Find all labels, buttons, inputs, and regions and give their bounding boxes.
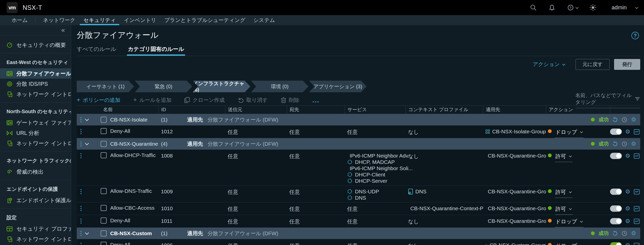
notifications-bell-icon[interactable] — [548, 4, 555, 11]
sidebar-item[interactable]: セキュリティ プロファイル — [0, 224, 71, 234]
rule-settings-gear-icon[interactable]: ⚙ — [625, 206, 630, 211]
rule-enabled-toggle[interactable] — [610, 189, 622, 195]
undo-button[interactable]: 取り消す — [238, 97, 268, 104]
add-policy-button[interactable]: + ポリシーの追加 — [77, 97, 120, 104]
row-menu-kebab-icon[interactable] — [77, 117, 82, 122]
policy-checkbox[interactable] — [101, 230, 107, 236]
sidebar-item[interactable]: エンドポイント保護ルール — [0, 195, 71, 205]
sidebar-item[interactable]: ネットワーク イントロスペ... — [0, 89, 71, 99]
rule-applied-group[interactable]: CB-NSX-Isolate-Group — [486, 129, 546, 135]
service-item[interactable]: DHCP, MADCAP — [347, 159, 406, 165]
publish-button[interactable]: 発行 — [614, 59, 640, 70]
policy-settings-gear-icon[interactable]: ⚙ — [631, 117, 636, 122]
service-item[interactable]: DHCP-Client — [347, 171, 406, 178]
service-item[interactable]: DNS — [347, 195, 406, 201]
category-step-4[interactable]: 環境 (0) — [251, 81, 308, 92]
nav-tab-6[interactable]: システム — [249, 15, 279, 25]
rule-action-dropdown[interactable]: ドロップ — [555, 218, 584, 227]
row-menu-kebab-icon[interactable] — [77, 206, 101, 211]
col-header-source[interactable]: 送信元 — [225, 106, 287, 114]
sidebar-item[interactable]: 分散ファイアウォール — [0, 68, 71, 79]
rule-checkbox[interactable] — [101, 188, 107, 194]
expand-chevron-icon[interactable] — [85, 231, 89, 235]
sidebar-item[interactable]: セキュリティの概要 — [0, 40, 71, 50]
search-icon[interactable] — [530, 4, 537, 11]
col-header-name[interactable]: 名前 — [101, 106, 158, 114]
service-item[interactable]: IPv6-ICMP Neighbor Soli... — [347, 165, 406, 171]
refresh-status-icon[interactable] — [612, 231, 618, 236]
rule-stats-graph-icon[interactable] — [634, 219, 640, 224]
history-clock-icon[interactable] — [622, 117, 627, 122]
sidebar-item[interactable]: 分散 IDS/IPS — [0, 79, 71, 89]
rule-enabled-toggle[interactable] — [610, 153, 622, 159]
col-header-id[interactable]: ID — [158, 106, 225, 114]
rule-enabled-toggle[interactable] — [610, 218, 622, 224]
rule-action-dropdown[interactable]: 許可 — [555, 153, 573, 162]
rule-checkbox[interactable] — [101, 128, 107, 134]
row-menu-kebab-icon[interactable] — [77, 231, 82, 236]
add-rule-button[interactable]: + ルールを追加 — [133, 97, 172, 104]
policy-settings-gear-icon[interactable]: ⚙ — [631, 230, 636, 236]
nav-tab-5[interactable]: プランとトラブルシューティング — [160, 15, 249, 25]
nav-tab-1[interactable]: ホーム — [8, 15, 32, 25]
rule-applied-group[interactable]: CB-NSX-Custom-Group — [486, 242, 546, 245]
policy-checkbox[interactable] — [101, 141, 107, 147]
rule-action-dropdown[interactable]: 許可 — [555, 189, 573, 198]
rule-settings-gear-icon[interactable]: ⚙ — [625, 189, 630, 195]
rule-context-profile[interactable]: DNS — [408, 189, 483, 195]
revert-button[interactable]: 元に戻す — [576, 59, 610, 70]
rule-applied-group[interactable]: CB-NSX-Quarantine-Gro... — [486, 153, 546, 159]
refresh-status-icon[interactable] — [612, 117, 618, 122]
col-header-services[interactable]: サービス — [345, 106, 406, 114]
theme-brightness-icon[interactable] — [589, 4, 596, 11]
rule-action-dropdown[interactable]: 許可 — [555, 205, 573, 215]
page-tab-2[interactable]: カテゴリ固有のルール — [128, 45, 184, 56]
sidebar-collapse-icon[interactable]: « — [0, 25, 71, 35]
rule-checkbox[interactable] — [101, 218, 107, 224]
history-clock-icon[interactable] — [622, 231, 627, 236]
user-menu[interactable]: admin — [612, 4, 637, 11]
row-menu-kebab-icon[interactable] — [77, 129, 101, 134]
service-item[interactable]: IPv6-ICMP Neighbor Adv... — [347, 152, 406, 159]
col-header-applied-to[interactable]: 適用先 — [483, 106, 546, 114]
page-tab-1[interactable]: すべてのルール — [77, 45, 116, 56]
rule-applied-group[interactable]: CB-NSX-Quarantine-Gro... — [486, 205, 546, 211]
rule-stats-graph-icon[interactable] — [634, 129, 640, 135]
rule-action-dropdown[interactable]: ドロップ — [555, 129, 584, 138]
rule-enabled-toggle[interactable] — [610, 129, 622, 135]
nav-tab-2[interactable]: ネットワーク — [39, 15, 79, 25]
service-item[interactable]: DNS-UDP — [347, 188, 406, 195]
rule-stats-graph-icon[interactable] — [634, 153, 640, 159]
rule-stats-graph-icon[interactable] — [634, 243, 640, 245]
policy-checkbox[interactable] — [101, 117, 107, 123]
rule-context-profile[interactable]: CB-NSX-Quarantine-Context-Profile — [408, 205, 483, 211]
rule-checkbox[interactable] — [101, 242, 107, 245]
category-step-5[interactable]: アプリケーション (3) — [309, 81, 367, 92]
sidebar-item[interactable]: 脅威の検出 — [0, 167, 71, 177]
col-header-context-profile[interactable]: コンテキスト プロファイル — [406, 106, 483, 114]
nav-tab-4[interactable]: インベントリ — [120, 15, 160, 25]
category-step-2[interactable]: 緊急 (0) — [135, 81, 192, 92]
expand-chevron-icon[interactable] — [85, 141, 89, 145]
col-header-destination[interactable]: 宛先 — [287, 106, 345, 114]
rule-settings-gear-icon[interactable]: ⚙ — [625, 153, 630, 159]
sidebar-item[interactable]: URL 分析 — [0, 128, 71, 138]
rule-applied-group[interactable]: CB-NSX-Quarantine-Gro... — [486, 218, 546, 224]
rule-enabled-toggle[interactable] — [610, 242, 622, 245]
rule-action-dropdown[interactable]: ドロップ — [555, 242, 584, 245]
category-step-1[interactable]: イーサネット (1) — [77, 81, 134, 92]
rule-applied-group[interactable]: CB-NSX-Quarantine-Gro... — [486, 189, 546, 195]
row-menu-kebab-icon[interactable] — [77, 153, 101, 158]
row-menu-kebab-icon[interactable] — [77, 219, 101, 224]
page-help-icon[interactable]: ? — [631, 32, 639, 39]
rule-stats-graph-icon[interactable] — [634, 206, 640, 211]
nav-tab-3[interactable]: セキュリティ — [79, 15, 120, 25]
col-header-action[interactable]: アクション — [546, 106, 610, 114]
sidebar-item[interactable]: ネットワーク イントロスペ... — [0, 234, 71, 244]
service-item[interactable]: DHCP-Server — [347, 178, 406, 184]
clone-button[interactable]: クローン作成 — [184, 97, 224, 104]
row-menu-kebab-icon[interactable] — [77, 189, 101, 194]
rule-stats-graph-icon[interactable] — [634, 189, 640, 195]
actions-menu-button[interactable]: アクション — [533, 61, 565, 68]
sidebar-item[interactable]: ゲートウェイ ファイアウォー... — [0, 117, 71, 128]
